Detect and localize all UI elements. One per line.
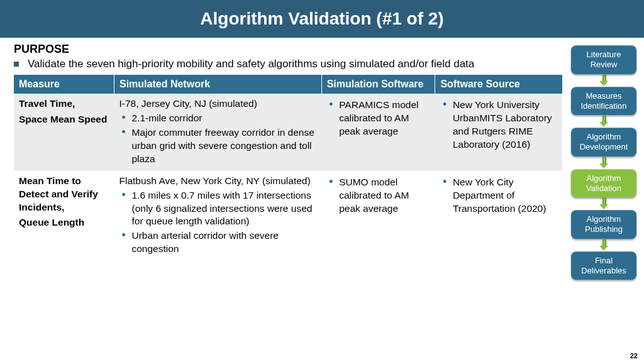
arrow-down-icon [599, 157, 608, 168]
purpose-text: Validate the seven high-priority mobilit… [28, 57, 474, 71]
measure-cell: Travel Time,Space Mean Speed [14, 94, 114, 171]
purpose-bullet: Validate the seven high-priority mobilit… [14, 57, 562, 71]
arrow-down-icon [599, 198, 608, 209]
arrow-down-icon [599, 75, 608, 86]
arrow-down-icon [599, 239, 608, 251]
page-number: 22 [630, 352, 638, 359]
flow-step: Algorithm Validation [571, 169, 636, 198]
flow-step: Algorithm Publishing [571, 210, 636, 239]
slide-title: Algorithm Validation (#1 of 2) [0, 0, 644, 38]
flow-step: Final Deliverables [571, 251, 636, 280]
table-header: Measure [14, 75, 114, 94]
network-cell: I-78, Jersey City, NJ (simulated)2.1-mil… [114, 94, 322, 171]
flow-step: Algorithm Development [571, 128, 636, 156]
source-cell: New York University UrbanMITS Laboratory… [435, 94, 562, 171]
flow-step: Literature Review [571, 45, 636, 74]
arrow-down-icon [599, 116, 608, 127]
main-column: PURPOSE Validate the seven high-priority… [0, 43, 569, 280]
validation-table: Measure Simulated Network Simulation Sof… [14, 75, 562, 261]
measure-cell: Mean Time to Detect and Verify Incidents… [14, 171, 114, 261]
table-row: Travel Time,Space Mean SpeedI-78, Jersey… [14, 94, 562, 171]
table-header: Software Source [435, 75, 562, 94]
network-cell: Flatbush Ave, New York City, NY (simulat… [114, 171, 322, 261]
purpose-heading: PURPOSE [14, 43, 562, 56]
flow-step: Measures Identification [571, 87, 636, 116]
content-region: PURPOSE Validate the seven high-priority… [0, 38, 644, 280]
table-header: Simulated Network [114, 75, 322, 94]
process-flow-sidebar: Literature ReviewMeasures Identification… [569, 43, 644, 280]
square-bullet-icon [14, 62, 19, 67]
table-row: Mean Time to Detect and Verify Incidents… [14, 171, 562, 261]
source-cell: New York City Department of Transportati… [435, 171, 562, 261]
software-cell: PARAMICS model calibrated to AM peak ave… [321, 94, 435, 171]
software-cell: SUMO model calibrated to AM peak average [321, 171, 435, 261]
table-header: Simulation Software [321, 75, 435, 94]
